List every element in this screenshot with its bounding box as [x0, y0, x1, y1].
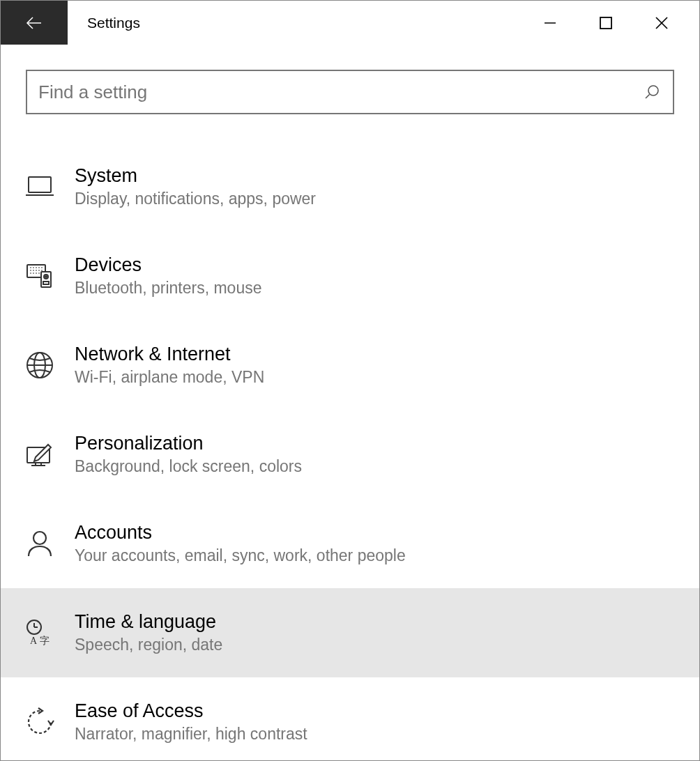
category-title: Ease of Access — [75, 700, 307, 722]
search-input[interactable] — [27, 82, 631, 103]
search-icon — [644, 84, 660, 100]
person-icon — [22, 525, 58, 562]
window-controls — [539, 1, 699, 45]
category-description: Narrator, magnifier, high contrast — [75, 725, 307, 744]
svg-rect-7 — [29, 177, 51, 192]
maximize-icon — [599, 16, 613, 30]
category-title: Personalization — [75, 433, 302, 454]
category-personalization[interactable]: Personalization Background, lock screen,… — [1, 410, 699, 499]
ease-of-access-icon — [22, 704, 58, 740]
devices-icon — [22, 258, 58, 294]
back-arrow-icon — [24, 13, 44, 33]
titlebar: Settings — [1, 1, 699, 45]
category-description: Display, notifications, apps, power — [75, 190, 316, 208]
category-title: Network & Internet — [75, 344, 264, 365]
category-title: Time & language — [75, 611, 222, 633]
svg-point-15 — [45, 276, 47, 277]
time-language-icon: A 字 — [22, 615, 58, 651]
category-description: Speech, region, date — [75, 636, 222, 654]
svg-text:A: A — [30, 636, 38, 646]
category-devices[interactable]: Devices Bluetooth, printers, mouse — [1, 231, 699, 321]
category-system[interactable]: System Display, notifications, apps, pow… — [1, 142, 699, 231]
category-title: Devices — [75, 254, 261, 276]
svg-point-24 — [33, 532, 46, 544]
category-network[interactable]: Network & Internet Wi-Fi, airplane mode,… — [1, 321, 699, 410]
laptop-icon — [22, 169, 58, 205]
close-button[interactable] — [650, 12, 673, 34]
category-ease-of-access[interactable]: Ease of Access Narrator, magnifier, high… — [1, 677, 699, 761]
search-submit[interactable] — [631, 84, 673, 100]
svg-line-6 — [646, 95, 650, 99]
window-title: Settings — [68, 1, 140, 45]
category-title: System — [75, 165, 316, 187]
search-container — [1, 45, 699, 114]
svg-text:字: 字 — [40, 636, 50, 646]
category-description: Wi-Fi, airplane mode, VPN — [75, 368, 264, 387]
back-button[interactable] — [1, 1, 68, 45]
minimize-icon — [543, 16, 557, 30]
svg-rect-2 — [600, 17, 611, 29]
close-icon — [654, 15, 669, 31]
category-time-language[interactable]: A 字 Time & language Speech, region, date — [1, 588, 699, 677]
categories-list: System Display, notifications, apps, pow… — [1, 114, 699, 761]
maximize-button[interactable] — [595, 12, 617, 34]
svg-point-5 — [648, 86, 658, 95]
category-description: Background, lock screen, colors — [75, 457, 302, 476]
search-box[interactable] — [26, 70, 674, 114]
globe-icon — [22, 347, 58, 383]
category-description: Your accounts, email, sync, work, other … — [75, 546, 406, 565]
minimize-button[interactable] — [539, 12, 561, 34]
personalization-icon — [22, 436, 58, 472]
category-accounts[interactable]: Accounts Your accounts, email, sync, wor… — [1, 499, 699, 588]
category-title: Accounts — [75, 522, 406, 544]
category-description: Bluetooth, printers, mouse — [75, 279, 261, 298]
